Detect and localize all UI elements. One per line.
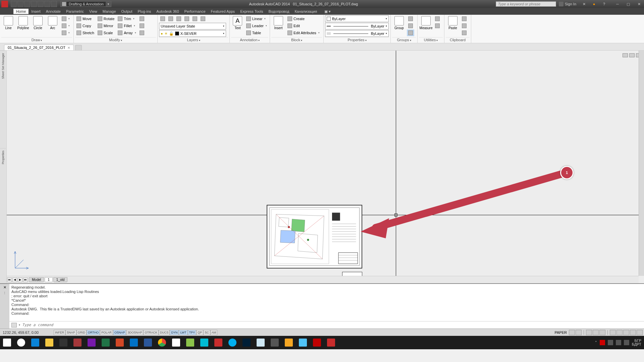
scale-button[interactable]: Scale	[96, 29, 116, 36]
toggle-lwt[interactable]: LWT	[179, 330, 187, 335]
taskbar-app2[interactable]	[296, 336, 310, 349]
erase-button[interactable]	[138, 15, 146, 22]
tab-plugins[interactable]: Plug-ins	[135, 9, 154, 14]
group-button[interactable]: Group	[392, 15, 406, 30]
paste-button[interactable]: Paste	[446, 15, 460, 30]
layout-tab-model[interactable]: Model	[29, 277, 44, 282]
toggle-3dosnap[interactable]: 3DOSNAP	[126, 330, 143, 335]
tray-chevron-up-icon[interactable]: ˄	[595, 341, 597, 345]
move-button[interactable]: Move	[75, 15, 96, 22]
lineweight-dropdown[interactable]: ByLayer▾	[325, 23, 389, 29]
tab-view[interactable]: View	[87, 9, 100, 14]
app-menu-icon[interactable]	[1, 1, 8, 7]
tab-parametric[interactable]: Parametric	[63, 9, 87, 14]
toggle-qp[interactable]: QP	[196, 330, 203, 335]
properties-palette-tab[interactable]: Properties	[0, 148, 6, 166]
array-button[interactable]: Array▾	[116, 29, 137, 36]
tray-language[interactable]: БГРБДРТ	[632, 339, 641, 346]
toggle-am[interactable]: AM	[210, 330, 218, 335]
toggle-otrack[interactable]: OTRACK	[143, 330, 159, 335]
taskbar-onenote[interactable]	[85, 336, 99, 349]
tab-kanalizaciya[interactable]: Канализация	[292, 9, 320, 14]
command-prompt-icon[interactable]	[11, 323, 17, 327]
taskbar-notes[interactable]	[254, 336, 268, 349]
toggle-grid[interactable]: GRID	[76, 330, 87, 335]
text-button[interactable]: AText	[231, 15, 244, 30]
panel-title-annotation[interactable]: Annotation▾	[231, 37, 268, 42]
toggle-sc[interactable]: SC	[203, 330, 210, 335]
layout-next-button[interactable]: ▶	[18, 278, 22, 282]
rectangle-button[interactable]: ▾	[60, 15, 71, 22]
new-tab-button[interactable]	[75, 45, 82, 50]
layer-match-button[interactable]	[191, 15, 199, 22]
measure-button[interactable]: Measure	[419, 15, 433, 30]
mirror-button[interactable]: Mirror	[96, 22, 116, 29]
layer-prev-button[interactable]	[199, 15, 207, 22]
layout-prev-button[interactable]: ◀	[12, 278, 17, 282]
table-button[interactable]: Table	[245, 29, 268, 36]
taskbar-chrome[interactable]	[155, 336, 169, 349]
clean-screen-icon[interactable]	[637, 330, 643, 335]
explode-button[interactable]	[138, 22, 146, 29]
maximize-button[interactable]: ▢	[623, 1, 633, 7]
taskbar-access[interactable]	[70, 336, 85, 349]
search-button[interactable]	[14, 336, 28, 349]
vertical-scrollbar[interactable]	[639, 51, 644, 276]
isolate-objects-icon[interactable]	[630, 330, 636, 335]
create-block-button[interactable]: Create	[286, 15, 321, 22]
toggle-osnap[interactable]: OSNAP	[113, 330, 126, 335]
stay-connected-icon[interactable]: ●	[589, 1, 599, 7]
vp-maximize-icon[interactable]	[629, 53, 635, 57]
command-input[interactable]	[22, 323, 642, 327]
taskbar-outlook[interactable]	[127, 336, 141, 349]
tray-onedrive-icon[interactable]	[600, 340, 605, 345]
tab-featured-apps[interactable]: Featured Apps	[208, 9, 238, 14]
command-grip-icon[interactable]: ⁝	[4, 291, 5, 295]
taskbar-powerpoint[interactable]	[113, 336, 127, 349]
sheet-set-manager-tab[interactable]: Sheet Set Manager	[0, 51, 6, 81]
tab-home[interactable]: Home	[13, 9, 29, 14]
chevron-down-icon[interactable]: ▾	[19, 323, 20, 326]
layer-state-dropdown[interactable]: Unsaved Layer State▾	[159, 23, 226, 29]
qat-open-icon[interactable]	[17, 1, 23, 7]
tab-annotate[interactable]: Annotate	[43, 9, 63, 14]
workspace-switching-icon[interactable]	[610, 330, 616, 335]
toggle-ortho[interactable]: ORTHO	[87, 330, 100, 335]
annotation-visibility-icon[interactable]	[593, 330, 599, 335]
panel-title-utilities[interactable]: Utilities▾	[419, 37, 443, 42]
taskbar-notepad[interactable]	[183, 336, 197, 349]
edit-block-button[interactable]: Edit	[286, 22, 321, 29]
layer-props-button[interactable]	[159, 15, 166, 22]
tab-insert[interactable]: Insert	[29, 9, 43, 14]
trim-button[interactable]: Trim▾	[116, 15, 137, 22]
annotation-autoscale-icon[interactable]	[599, 330, 605, 335]
quick-view-drawings-icon[interactable]	[576, 330, 582, 335]
signin-button[interactable]: Sign In	[559, 2, 576, 6]
taskbar-skype[interactable]	[225, 336, 239, 349]
start-button[interactable]	[0, 336, 14, 349]
drawing-viewport[interactable]	[267, 205, 362, 268]
tab-express-tools[interactable]: Express Tools	[237, 9, 266, 14]
toggle-ducs[interactable]: DUCS	[159, 330, 170, 335]
taskbar-file[interactable]	[169, 336, 183, 349]
hardware-accel-icon[interactable]	[623, 330, 629, 335]
panel-title-modify[interactable]: Modify▾	[75, 37, 156, 42]
match-props-button[interactable]	[461, 29, 468, 36]
layer-lock-button[interactable]	[183, 15, 191, 22]
qat-plot-icon[interactable]	[38, 1, 44, 7]
group-edit-button[interactable]	[407, 22, 414, 29]
taskbar-store[interactable]	[56, 336, 70, 349]
exchange-apps-icon[interactable]: ✕	[579, 1, 589, 7]
quick-select-button[interactable]	[434, 22, 441, 29]
panel-title-properties[interactable]: Properties▾	[325, 37, 389, 42]
layer-current-dropdown[interactable]: ● ☀ 🔓 X-SEVER▾	[159, 30, 226, 37]
rotate-button[interactable]: Rotate	[96, 15, 116, 22]
panel-title-groups[interactable]: Groups▾	[392, 37, 416, 42]
edit-attributes-button[interactable]: Edit Attributes▾	[286, 29, 321, 36]
qat-undo-icon[interactable]	[44, 1, 50, 7]
tab-manage[interactable]: Manage	[100, 9, 119, 14]
layout-tab-1[interactable]: 1	[45, 277, 53, 282]
toggle-dyn[interactable]: DYN	[170, 330, 179, 335]
drawing-area[interactable]: Sheet Set Manager Properties	[0, 51, 644, 283]
toggle-infer[interactable]: INFER	[54, 330, 65, 335]
